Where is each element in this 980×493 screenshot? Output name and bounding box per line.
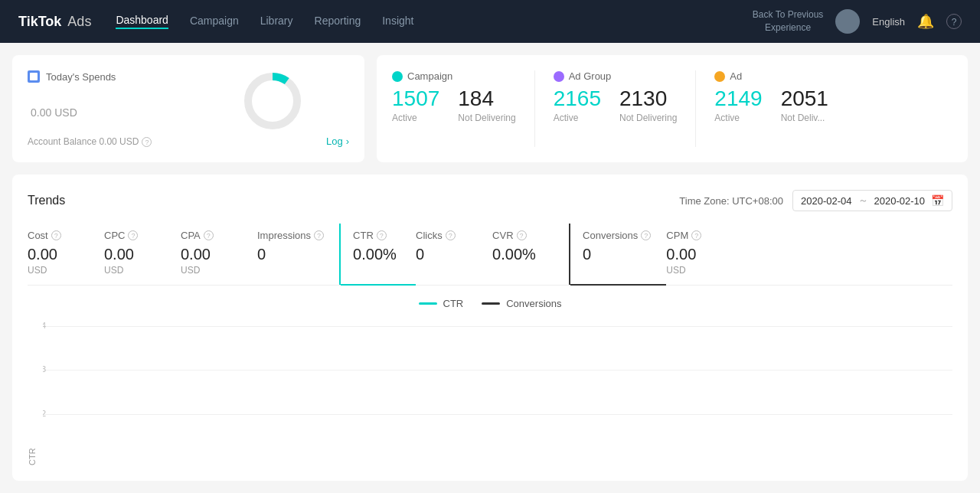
nav-dashboard[interactable]: Dashboard <box>116 14 168 29</box>
metric-cpc-label: CPC <box>104 230 125 241</box>
ad-stats-pair: 2149 Active 2051 Not Deliv... <box>714 88 828 123</box>
metric-impressions-value: 0 <box>257 246 324 263</box>
brand-ads: Ads <box>67 14 91 30</box>
metric-impressions[interactable]: Impressions? 0 <box>257 224 339 285</box>
trends-controls: Time Zone: UTC+08:00 2020-02-04 ～ 2020-0… <box>679 190 952 211</box>
log-button[interactable]: Log › <box>326 135 349 147</box>
adgroup-icon <box>554 71 564 82</box>
ad-nd-count: 2051 <box>781 88 828 109</box>
adgroup-nd-label: Not Delivering <box>619 113 677 123</box>
gridline-4: 4 <box>43 326 952 330</box>
spends-balance-info-icon[interactable]: ? <box>142 137 152 147</box>
spends-currency: USD <box>54 106 77 119</box>
ad-active-stat: 2149 Active <box>714 88 762 123</box>
nav-reporting[interactable]: Reporting <box>315 15 361 28</box>
date-range-picker[interactable]: 2020-02-04 ～ 2020-02-10 📅 <box>792 190 952 211</box>
metric-cvr-label: CVR <box>492 230 513 241</box>
log-label: Log <box>326 135 343 147</box>
metric-cpc-info-icon[interactable]: ? <box>128 230 138 240</box>
metric-ctr-value: 0.00% <box>353 246 400 263</box>
log-arrow-icon: › <box>346 135 349 147</box>
spends-title: Today's Spends <box>46 71 116 83</box>
svg-point-1 <box>248 77 297 126</box>
campaign-type-label: Campaign <box>407 70 452 82</box>
metric-cpm-info-icon[interactable]: ? <box>691 230 701 240</box>
spends-amount: 0.00USD <box>28 97 77 121</box>
stats-card: Campaign 1507 Active 184 Not Delivering <box>377 55 968 162</box>
metric-cpa-value: 0.00 <box>181 246 242 263</box>
ad-nd-label: Not Deliv... <box>781 113 828 123</box>
adgroup-active-count: 2165 <box>554 88 601 109</box>
ad-stat-group: Ad 2149 Active 2051 Not Deliv... <box>696 70 847 147</box>
metric-conversions-info-icon[interactable]: ? <box>641 230 651 240</box>
brand-tiktok: TikTok <box>18 14 61 30</box>
metric-conversions-label: Conversions <box>583 230 638 241</box>
nav-library[interactable]: Library <box>260 15 293 28</box>
notifications-icon[interactable]: 🔔 <box>917 13 934 30</box>
metric-cpa-info-icon[interactable]: ? <box>204 230 214 240</box>
metric-ctr[interactable]: CTR? 0.00% <box>339 224 416 285</box>
spends-value: 0.00 <box>31 106 51 119</box>
date-sep: ～ <box>858 194 868 207</box>
metric-clicks-info-icon[interactable]: ? <box>446 230 456 240</box>
metric-cpc-unit: USD <box>104 265 165 276</box>
legend-conversions: Conversions <box>482 298 561 309</box>
metrics-row: Cost? 0.00 USD CPC? 0.00 USD CPA? 0.00 U… <box>28 224 952 286</box>
metric-cpm-label: CPM <box>666 230 688 241</box>
calendar-icon: 📅 <box>931 194 944 207</box>
metric-cvr-value: 0.00% <box>492 246 554 263</box>
metric-conversions[interactable]: Conversions? 0 <box>569 224 666 285</box>
metric-cpm-unit: USD <box>666 265 727 276</box>
metric-cost[interactable]: Cost? 0.00 USD <box>28 224 104 285</box>
campaign-icon <box>392 71 403 82</box>
metric-cost-value: 0.00 <box>28 246 89 263</box>
legend-conv-label: Conversions <box>506 298 561 309</box>
legend-conv-line <box>482 302 500 305</box>
metric-cpa-unit: USD <box>181 265 242 276</box>
adgroup-active-label: Active <box>554 113 601 123</box>
campaign-type-header: Campaign <box>392 70 516 82</box>
legend-ctr-line <box>419 302 437 305</box>
adgroup-nd-count: 2130 <box>619 88 677 109</box>
trends-section: Trends Time Zone: UTC+08:00 2020-02-04 ～… <box>12 175 968 481</box>
metric-cost-unit: USD <box>28 265 89 276</box>
campaign-active-count: 1507 <box>392 88 439 109</box>
metric-cpc[interactable]: CPC? 0.00 USD <box>104 224 181 285</box>
ad-type-header: Ad <box>714 70 828 82</box>
adgroup-type-label: Ad Group <box>569 70 612 82</box>
metric-cpa[interactable]: CPA? 0.00 USD <box>181 224 257 285</box>
metric-impressions-label: Impressions <box>257 230 311 241</box>
metric-ctr-label: CTR <box>353 230 374 241</box>
ad-type-label: Ad <box>730 70 742 82</box>
nav-insight[interactable]: Insight <box>382 15 413 28</box>
campaign-nd-label: Not Delivering <box>458 113 515 123</box>
metric-cpm-value: 0.00 <box>666 246 727 263</box>
metric-cvr-info-icon[interactable]: ? <box>517 230 527 240</box>
ad-not-delivering-stat: 2051 Not Deliv... <box>781 88 828 123</box>
nav-campaign[interactable]: Campaign <box>190 15 239 28</box>
ad-active-count: 2149 <box>714 88 762 109</box>
top-cards-row: Today's Spends 0.00USD Account Balance 0… <box>12 55 968 162</box>
avatar[interactable] <box>835 9 860 34</box>
legend-ctr-label: CTR <box>443 298 464 309</box>
back-to-prev-button[interactable]: Back To Previous Experience <box>753 8 824 34</box>
navbar: TikTok Ads Dashboard Campaign Library Re… <box>0 0 980 43</box>
nav-links: Dashboard Campaign Library Reporting Ins… <box>116 14 727 29</box>
ad-active-label: Active <box>714 113 762 123</box>
metric-cpm[interactable]: CPM? 0.00 USD <box>666 224 743 285</box>
metric-cvr[interactable]: CVR? 0.00% <box>492 224 569 285</box>
brand-logo[interactable]: TikTok Ads <box>18 14 91 30</box>
chart-inner: 4 3 2 <box>43 318 952 465</box>
metric-impressions-info-icon[interactable]: ? <box>314 230 324 240</box>
language-selector[interactable]: English <box>872 16 905 28</box>
help-icon[interactable]: ? <box>946 14 962 29</box>
timezone-label: Time Zone: UTC+08:00 <box>679 195 783 207</box>
adgroup-active-stat: 2165 Active <box>554 88 601 123</box>
svg-rect-0 <box>30 73 38 80</box>
spends-donut-chart <box>242 70 303 132</box>
metric-cost-info-icon[interactable]: ? <box>51 230 61 240</box>
campaign-nd-count: 184 <box>458 88 515 109</box>
trends-header: Trends Time Zone: UTC+08:00 2020-02-04 ～… <box>28 190 952 211</box>
metric-clicks[interactable]: Clicks? 0 <box>416 224 492 285</box>
metric-ctr-info-icon[interactable]: ? <box>377 230 387 240</box>
